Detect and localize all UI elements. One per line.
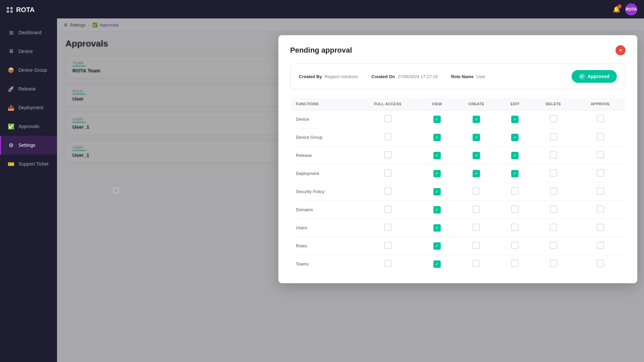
permission-cell-create[interactable] (454, 219, 498, 237)
permission-cell-full_access[interactable] (356, 128, 420, 146)
permission-cell-view[interactable]: ✓ (420, 219, 454, 237)
permission-cell-edit[interactable] (498, 255, 531, 273)
device-group-icon: 📦 (8, 67, 14, 73)
permission-cell-delete[interactable] (532, 128, 575, 146)
role-name-info: Role Name User (451, 74, 486, 79)
permission-cell-delete[interactable] (532, 237, 575, 255)
permission-cell-full_access[interactable] (356, 165, 420, 183)
permission-cell-approve[interactable] (575, 237, 625, 255)
permission-cell-delete[interactable] (532, 183, 575, 201)
permission-cell-create[interactable] (454, 255, 498, 273)
col-view: VIEW (420, 98, 454, 110)
permission-cell-edit[interactable]: ✓ (498, 165, 531, 183)
checkbox-unchecked (597, 187, 604, 195)
permission-cell-create[interactable]: ✓ (454, 128, 498, 146)
permission-cell-create[interactable]: ✓ (454, 110, 498, 128)
permission-cell-approve[interactable] (575, 219, 625, 237)
permission-cell-create[interactable]: ✓ (454, 165, 498, 183)
sidebar-item-support-ticket[interactable]: 🎫 Support Ticket (0, 155, 57, 173)
sidebar-item-label: Deployment (18, 105, 44, 110)
table-row: Domains✓ (290, 201, 626, 219)
permission-cell-view[interactable]: ✓ (420, 146, 454, 165)
checkbox-unchecked (597, 224, 604, 231)
permission-cell-approve[interactable] (575, 255, 625, 273)
permission-cell-full_access[interactable] (356, 219, 420, 237)
permission-cell-delete[interactable] (532, 255, 575, 273)
permission-cell-view[interactable]: ✓ (420, 201, 454, 219)
created-on-label: Created On (371, 74, 395, 79)
permission-cell-approve[interactable] (575, 128, 625, 146)
checkbox-checked: ✓ (511, 116, 519, 123)
checkbox-checked: ✓ (433, 260, 441, 268)
sidebar-item-label: Support Ticket (18, 161, 49, 167)
pending-approval-modal: Pending approval × Created By Regami sol… (278, 35, 637, 283)
notification-bell[interactable]: 🔔 (613, 6, 620, 13)
checkbox-unchecked (384, 115, 391, 122)
permission-cell-view[interactable]: ✓ (420, 237, 454, 255)
permission-cell-delete[interactable] (532, 219, 575, 237)
device-icon: 🖥 (8, 48, 14, 55)
col-functions: FUNCTIONS (290, 98, 356, 110)
app-logo[interactable]: ROTA (0, 0, 57, 20)
permission-cell-edit[interactable] (498, 237, 531, 255)
permission-cell-approve[interactable] (575, 201, 625, 219)
checkbox-unchecked (384, 224, 391, 231)
function-cell: Domains (290, 201, 356, 219)
checkbox-unchecked (473, 187, 480, 195)
function-cell: Users (290, 219, 356, 237)
col-approve: APPROVE (575, 98, 625, 110)
sidebar-item-device-group[interactable]: 📦 Device Group (0, 61, 57, 79)
checkbox-unchecked (550, 133, 557, 140)
permission-cell-delete[interactable] (532, 146, 575, 165)
permission-cell-view[interactable]: ✓ (420, 183, 454, 201)
permission-cell-approve[interactable] (575, 110, 625, 128)
approved-button[interactable]: ✓ Approved (572, 70, 617, 83)
checkbox-checked: ✓ (433, 224, 441, 232)
permission-cell-full_access[interactable] (356, 183, 420, 201)
checkbox-checked: ✓ (511, 170, 519, 177)
checkbox-checked: ✓ (433, 206, 441, 214)
checkbox-unchecked (550, 187, 557, 195)
sidebar-item-device[interactable]: 🖥 Device (0, 42, 57, 61)
permission-cell-edit[interactable]: ✓ (498, 110, 531, 128)
permission-cell-approve[interactable] (575, 183, 625, 201)
approvals-icon: ✅ (8, 123, 14, 130)
permission-cell-full_access[interactable] (356, 201, 420, 219)
permission-cell-create[interactable] (454, 237, 498, 255)
checkbox-unchecked (384, 260, 391, 267)
sidebar-item-dashboard[interactable]: ⊞ Dashboard (0, 23, 57, 42)
permission-cell-edit[interactable] (498, 183, 531, 201)
permission-cell-create[interactable] (454, 201, 498, 219)
checkbox-unchecked (597, 205, 604, 213)
permission-cell-create[interactable] (454, 183, 498, 201)
permission-cell-full_access[interactable] (356, 255, 420, 273)
sidebar-item-deployment[interactable]: 📤 Deployment (0, 98, 57, 117)
permission-cell-view[interactable]: ✓ (420, 255, 454, 273)
top-bar: 🔔 ROTA (57, 0, 644, 18)
permission-cell-edit[interactable] (498, 201, 531, 219)
modal-close-button[interactable]: × (615, 45, 626, 55)
permission-cell-approve[interactable] (575, 146, 625, 165)
avatar[interactable]: ROTA (625, 3, 637, 15)
permission-cell-approve[interactable] (575, 165, 625, 183)
permission-cell-full_access[interactable] (356, 146, 420, 165)
permission-cell-full_access[interactable] (356, 237, 420, 255)
sidebar-item-release[interactable]: 🚀 Release (0, 79, 57, 98)
permission-cell-view[interactable]: ✓ (420, 110, 454, 128)
checkbox-checked: ✓ (433, 116, 441, 123)
permission-cell-edit[interactable]: ✓ (498, 128, 531, 146)
permission-cell-delete[interactable] (532, 110, 575, 128)
permission-cell-delete[interactable] (532, 165, 575, 183)
created-on-value: 27/08/2024 17:27:16 (397, 74, 437, 79)
permission-cell-delete[interactable] (532, 201, 575, 219)
permission-cell-view[interactable]: ✓ (420, 128, 454, 146)
app-name: ROTA (16, 6, 35, 14)
permission-cell-view[interactable]: ✓ (420, 165, 454, 183)
sidebar-item-approvals[interactable]: ✅ Approvals (0, 117, 57, 136)
permission-cell-edit[interactable] (498, 219, 531, 237)
permission-cell-edit[interactable]: ✓ (498, 146, 531, 165)
table-row: Device✓✓✓ (290, 110, 626, 128)
permission-cell-full_access[interactable] (356, 110, 420, 128)
sidebar-item-settings[interactable]: ⚙ Settings (0, 136, 57, 155)
permission-cell-create[interactable]: ✓ (454, 146, 498, 165)
